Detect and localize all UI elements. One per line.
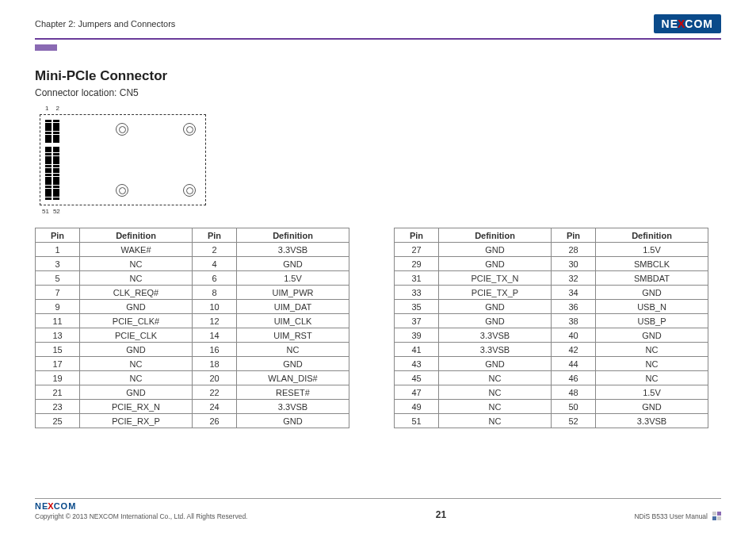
table-row: 5NC61.5V [36,271,349,286]
pin-cell: 13 [36,328,80,343]
table-row: 15GND16NC [36,343,349,357]
table-header: Pin [552,228,596,243]
definition-cell: CLK_REQ# [80,286,193,300]
definition-cell: 3.3VSB [596,414,708,428]
pin-cell: 17 [36,357,80,371]
definition-cell: GND [439,243,552,257]
pin-strip [45,120,59,200]
table-row: 1WAKE#23.3VSB [36,243,349,257]
pin-cell: 44 [552,357,596,371]
table-row: 27GND281.5V [395,243,708,257]
pin-cell: 39 [395,328,439,343]
mount-hole-icon [116,123,128,136]
pin-cell: 26 [193,414,237,428]
definition-cell: 1.5V [237,271,349,286]
pin-cell: 38 [552,314,596,328]
table-row: 29GND30SMBCLK [395,257,708,271]
definition-cell: PCIE_RX_N [80,400,193,414]
table-row: 3NC4GND [36,257,349,271]
doc-name: NDiS B533 User Manual [634,512,708,520]
definition-cell: GND [439,300,552,314]
pin-cell: 48 [552,385,596,400]
pin-cell: 51 [395,414,439,428]
pin-cell: 10 [193,300,237,314]
mount-hole-icon [183,184,196,197]
definition-cell: UIM_RST [237,328,349,343]
pin-label-bottom: 51 52 [40,208,60,215]
definition-cell: NC [439,385,552,400]
footer-right: NDiS B533 User Manual [634,512,721,520]
pin-cell: 18 [193,357,237,371]
pin-cell: 45 [395,371,439,385]
table-row: 43GND44NC [395,357,708,371]
page-footer: NEXCOM Copyright © 2013 NEXCOM Internati… [35,498,721,520]
pin-cell: 24 [193,400,237,414]
section-title: Mini-PCIe Connector [35,68,721,84]
definition-cell: NC [80,257,193,271]
definition-cell: NC [596,371,708,385]
pin-cell: 16 [193,343,237,357]
definition-cell: 3.3VSB [237,400,349,414]
pin-cell: 40 [552,328,596,343]
pin-label: 2 [55,105,59,112]
table-row: 21GND22RESET# [36,385,349,400]
definition-cell: GND [237,357,349,371]
pin-cell: 2 [193,243,237,257]
definition-cell: PCIE_TX_P [439,286,552,300]
pin-cell: 21 [36,385,80,400]
definition-cell: GND [596,400,708,414]
pin-cell: 43 [395,357,439,371]
definition-cell: NC [596,357,708,371]
definition-cell: 3.3VSB [439,343,552,357]
definition-cell: UIM_CLK [237,314,349,328]
table-row: 393.3VSB40GND [395,328,708,343]
pin-cell: 23 [36,400,80,414]
chapter-title: Chapter 2: Jumpers and Connectors [35,19,175,29]
definition-cell: GND [237,414,349,428]
pin-cell: 47 [395,385,439,400]
definition-cell: NC [439,414,552,428]
definition-cell: 3.3VSB [237,243,349,257]
table-row: 49NC50GND [395,400,708,414]
definition-cell: PCIE_RX_P [80,414,193,428]
pin-cell: 35 [395,300,439,314]
table-header: Definition [80,228,193,243]
pin-cell: 5 [36,271,80,286]
definition-cell: PCIE_CLK [80,328,193,343]
pin-cell: 8 [193,286,237,300]
pin-cell: 22 [193,385,237,400]
pin-cell: 11 [36,314,80,328]
board-outline [40,114,206,205]
pin-cell: 49 [395,400,439,414]
pin-cell: 6 [193,271,237,286]
pin-cell: 29 [395,257,439,271]
definition-cell: WAKE# [80,243,193,257]
definition-cell: UIM_DAT [237,300,349,314]
table-row: 19NC20WLAN_DIS# [36,371,349,385]
definition-cell: GND [439,314,552,328]
definition-cell: UIM_PWR [237,286,349,300]
table-row: 11PCIE_CLK#12UIM_CLK [36,314,349,328]
copyright-text: Copyright © 2013 NEXCOM International Co… [35,512,247,520]
definition-cell: GND [439,357,552,371]
definition-cell: 1.5V [596,243,708,257]
pin-label: 1 [45,105,48,112]
footer-logo: NEXCOM [35,501,247,511]
pin-cell: 27 [395,243,439,257]
table-row: 17NC18GND [36,357,349,371]
pin-cell: 4 [193,257,237,271]
table-row: 47NC481.5V [395,385,708,400]
table-header: Pin [395,228,439,243]
definition-cell: NC [80,271,193,286]
footer-left: NEXCOM Copyright © 2013 NEXCOM Internati… [35,501,247,520]
pin-label: 52 [53,208,60,215]
pin-cell: 41 [395,343,439,357]
table-header: Definition [439,228,552,243]
pin-cell: 25 [36,414,80,428]
pin-cell: 19 [36,371,80,385]
table-row: 35GND36USB_N [395,300,708,314]
pin-cell: 32 [552,271,596,286]
pin-cell: 36 [552,300,596,314]
definition-cell: PCIE_CLK# [80,314,193,328]
definition-cell: NC [80,357,193,371]
